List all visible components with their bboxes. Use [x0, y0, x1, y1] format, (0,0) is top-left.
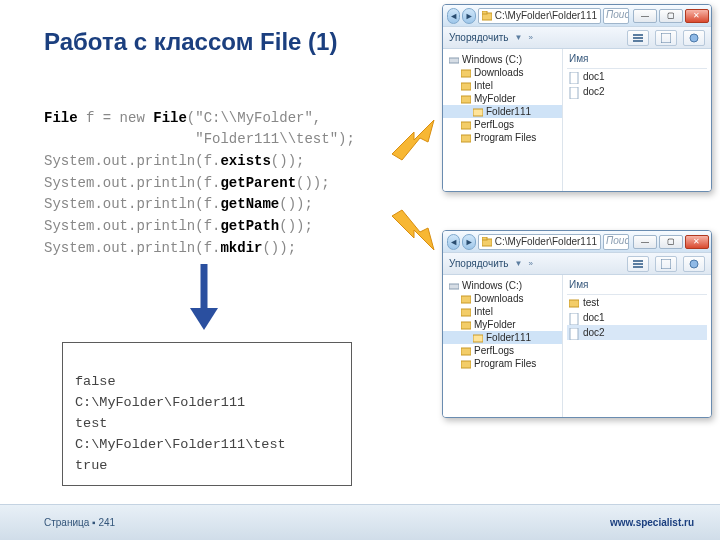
svg-rect-22 — [633, 260, 643, 262]
minimize-button[interactable]: — — [633, 9, 657, 23]
file-list[interactable]: Имя test doc1 doc2 — [563, 275, 711, 417]
file-icon — [569, 328, 579, 338]
svg-rect-28 — [461, 296, 471, 303]
view-button[interactable] — [627, 256, 649, 272]
tree-item[interactable]: Intel — [443, 305, 562, 318]
svg-rect-19 — [570, 87, 578, 99]
folder-tree[interactable]: Windows (C:) Downloads Intel MyFolder Fo… — [443, 49, 563, 191]
nav-forward-button[interactable]: ► — [462, 234, 475, 250]
folder-icon — [461, 294, 471, 304]
drive-icon — [449, 55, 459, 65]
svg-rect-12 — [461, 70, 471, 77]
svg-rect-7 — [633, 37, 643, 39]
svg-marker-3 — [392, 210, 434, 250]
svg-rect-25 — [661, 259, 671, 269]
tree-item[interactable]: PerfLogs — [443, 118, 562, 131]
slide-title: Работа с классом File (1) — [44, 28, 337, 56]
close-button[interactable]: ✕ — [685, 235, 709, 249]
folder-icon — [461, 346, 471, 356]
folder-icon — [461, 94, 471, 104]
file-icon — [569, 313, 579, 323]
address-text: C:\MyFolder\Folder111 — [495, 10, 597, 21]
list-item[interactable]: doc2 — [567, 325, 707, 340]
tree-item[interactable]: Program Files — [443, 131, 562, 144]
maximize-button[interactable]: ▢ — [659, 235, 683, 249]
tree-item[interactable]: MyFolder — [443, 318, 562, 331]
nav-forward-button[interactable]: ► — [462, 8, 475, 24]
svg-marker-1 — [190, 308, 218, 330]
svg-rect-16 — [461, 122, 471, 129]
svg-rect-14 — [461, 96, 471, 103]
organize-button[interactable]: Упорядочить — [449, 258, 509, 269]
tree-item-selected[interactable]: Folder111 — [443, 105, 562, 118]
list-item[interactable]: test — [567, 295, 707, 310]
tree-item[interactable]: MyFolder — [443, 92, 562, 105]
explorer-toolbar: Упорядочить ▼ » — [443, 27, 711, 49]
tree-item[interactable]: Program Files — [443, 357, 562, 370]
address-text: C:\MyFolder\Folder111 — [495, 236, 597, 247]
folder-icon — [461, 307, 471, 317]
search-input[interactable]: Поиск: Fo — [603, 234, 629, 250]
minimize-button[interactable]: — — [633, 235, 657, 249]
folder-open-icon — [473, 333, 483, 343]
column-header[interactable]: Имя — [567, 51, 707, 69]
svg-rect-9 — [661, 33, 671, 43]
chevron-down-icon: ▼ — [515, 259, 523, 268]
svg-rect-27 — [449, 284, 459, 289]
preview-button[interactable] — [655, 256, 677, 272]
help-button[interactable] — [683, 30, 705, 46]
folder-tree[interactable]: Windows (C:) Downloads Intel MyFolder Fo… — [443, 275, 563, 417]
search-input[interactable]: Поиск: Fo — [603, 8, 629, 24]
chevron-down-icon: ▼ — [515, 33, 523, 42]
tree-item[interactable]: Downloads — [443, 292, 562, 305]
column-header[interactable]: Имя — [567, 277, 707, 295]
svg-rect-11 — [449, 58, 459, 63]
toolbar-more[interactable]: » — [528, 259, 532, 268]
file-list[interactable]: Имя doc1 doc2 — [563, 49, 711, 191]
explorer-window-before: ◄ ► C:\MyFolder\Folder111 Поиск: Fo — ▢ … — [442, 4, 712, 192]
nav-back-button[interactable]: ◄ — [447, 234, 460, 250]
view-button[interactable] — [627, 30, 649, 46]
nav-back-button[interactable]: ◄ — [447, 8, 460, 24]
arrow-right-icon — [390, 118, 438, 164]
svg-rect-35 — [570, 313, 578, 325]
tree-item[interactable]: Downloads — [443, 66, 562, 79]
close-button[interactable]: ✕ — [685, 9, 709, 23]
footer: Страница ▪ 241 www.specialist.ru — [0, 504, 720, 540]
folder-icon — [461, 320, 471, 330]
svg-rect-34 — [569, 300, 579, 307]
tree-item[interactable]: PerfLogs — [443, 344, 562, 357]
svg-point-10 — [690, 34, 698, 42]
folder-icon — [461, 133, 471, 143]
maximize-button[interactable]: ▢ — [659, 9, 683, 23]
page-number: Страница ▪ 241 — [44, 517, 115, 528]
help-button[interactable] — [683, 256, 705, 272]
folder-icon — [461, 359, 471, 369]
svg-rect-24 — [633, 266, 643, 268]
list-item[interactable]: doc1 — [567, 310, 707, 325]
organize-button[interactable]: Упорядочить — [449, 32, 509, 43]
address-bar[interactable]: C:\MyFolder\Folder111 — [478, 234, 601, 250]
svg-rect-31 — [473, 335, 483, 342]
svg-rect-15 — [473, 109, 483, 116]
folder-icon — [482, 11, 492, 21]
tree-item[interactable]: Windows (C:) — [443, 53, 562, 66]
tree-item[interactable]: Windows (C:) — [443, 279, 562, 292]
arrow-down-icon — [186, 262, 222, 332]
svg-rect-36 — [570, 328, 578, 340]
svg-rect-5 — [482, 11, 487, 14]
svg-rect-17 — [461, 135, 471, 142]
list-item[interactable]: doc2 — [567, 84, 707, 99]
tree-item[interactable]: Intel — [443, 79, 562, 92]
drive-icon — [449, 281, 459, 291]
preview-button[interactable] — [655, 30, 677, 46]
tree-item-selected[interactable]: Folder111 — [443, 331, 562, 344]
toolbar-more[interactable]: » — [528, 33, 532, 42]
explorer-titlebar: ◄ ► C:\MyFolder\Folder111 Поиск: Fo — ▢ … — [443, 5, 711, 27]
list-item[interactable]: doc1 — [567, 69, 707, 84]
folder-icon — [461, 81, 471, 91]
svg-rect-18 — [570, 72, 578, 84]
arrow-right-icon — [390, 208, 438, 254]
code-block: File f = new File("C:\\MyFolder", "Folde… — [44, 86, 355, 260]
address-bar[interactable]: C:\MyFolder\Folder111 — [478, 8, 601, 24]
